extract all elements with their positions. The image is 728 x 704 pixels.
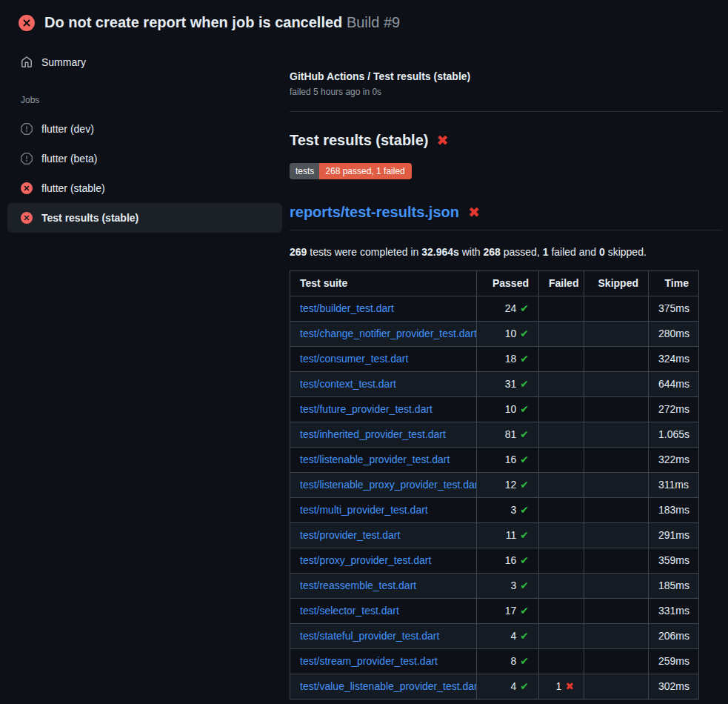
test-suite-link[interactable]: test/listenable_proxy_provider_test.dart (300, 479, 477, 491)
check-icon: ✔ (520, 554, 529, 566)
test-suite-cell: test/proxy_provider_test.dart (290, 548, 477, 574)
build-number: Build #9 (347, 14, 400, 30)
passed-cell: 18✔ (477, 347, 539, 372)
job-label: Test results (stable) (41, 212, 138, 224)
x-circle-fill-icon (21, 182, 33, 194)
test-suite-link[interactable]: test/listenable_provider_test.dart (300, 454, 450, 465)
passed-cell: 16✔ (477, 548, 539, 574)
failed-cell: 1✖ (539, 674, 584, 700)
passed-cell: 3✔ (477, 574, 539, 599)
time-cell: 206ms (649, 624, 699, 649)
passed-cell: 31✔ (477, 372, 539, 397)
test-suite-cell: test/inherited_provider_test.dart (290, 422, 477, 448)
sidebar: Summary Jobs flutter (dev) flutter (beta… (0, 41, 290, 233)
failed-cell (539, 624, 584, 649)
check-icon: ✔ (520, 403, 529, 415)
table-row: test/multi_provider_test.dart3✔183ms (290, 498, 699, 523)
report-file-link[interactable]: reports/test-results.json (290, 202, 459, 222)
skipped-cell (584, 624, 649, 649)
job-label: flutter (beta) (41, 153, 97, 165)
test-suite-link[interactable]: test/change_notifier_provider_test.dart (300, 328, 477, 339)
check-icon: ✔ (520, 328, 529, 339)
cross-mark-icon: ✖ (436, 133, 448, 147)
test-suite-cell: test/stream_provider_test.dart (290, 649, 477, 674)
failed-cell (539, 574, 584, 599)
skipped-cell (584, 498, 649, 523)
test-suite-cell: test/value_listenable_provider_test.dart (290, 674, 477, 700)
table-row: test/listenable_provider_test.dart16✔322… (290, 448, 699, 473)
failed-cell (539, 548, 584, 574)
test-suite-link[interactable]: test/stream_provider_test.dart (300, 655, 438, 667)
run-status-line: failed 5 hours ago in 0s (290, 86, 722, 98)
page-title: Do not create report when job is cancell… (44, 13, 400, 33)
time-cell: 272ms (649, 397, 699, 422)
test-suite-cell: test/reassemble_test.dart (290, 574, 477, 599)
test-results-tbody: test/builder_test.dart24✔375mstest/chang… (290, 296, 699, 700)
sidebar-item-flutter-dev[interactable]: flutter (dev) (7, 114, 282, 144)
check-icon: ✔ (520, 630, 529, 642)
sidebar-item-test-results-stable[interactable]: Test results (stable) (7, 203, 282, 233)
test-suite-link[interactable]: test/multi_provider_test.dart (300, 504, 428, 516)
time-cell: 324ms (649, 347, 699, 372)
count-value: 16 (505, 554, 517, 566)
test-suite-cell: test/listenable_provider_test.dart (290, 448, 477, 473)
table-row: test/provider_test.dart11✔291ms (290, 523, 699, 548)
failed-cell (539, 649, 584, 674)
table-row: test/future_provider_test.dart10✔272ms (290, 397, 699, 422)
time-cell: 259ms (649, 649, 699, 674)
table-row: test/context_test.dart31✔644ms (290, 372, 699, 397)
test-suite-cell: test/future_provider_test.dart (290, 397, 477, 422)
test-suite-link[interactable]: test/future_provider_test.dart (300, 403, 433, 415)
test-suite-cell: test/context_test.dart (290, 372, 477, 397)
badge-value: 268 passed, 1 failed (319, 163, 411, 179)
test-suite-link[interactable]: test/context_test.dart (300, 378, 396, 390)
skipped-cell (584, 548, 649, 574)
passed-cell: 24✔ (477, 296, 539, 322)
time-cell: 183ms (649, 498, 699, 523)
check-icon: ✔ (520, 353, 529, 365)
skipped-cell (584, 649, 649, 674)
passed-cell: 10✔ (477, 322, 539, 347)
failed-cell (539, 599, 584, 624)
test-suite-link[interactable]: test/selector_test.dart (300, 605, 399, 617)
test-suite-link[interactable]: test/inherited_provider_test.dart (300, 428, 446, 440)
sidebar-item-flutter-beta[interactable]: flutter (beta) (7, 144, 282, 173)
test-suite-link[interactable]: test/proxy_provider_test.dart (300, 554, 431, 566)
cross-icon: ✖ (565, 680, 574, 692)
test-suite-link[interactable]: test/stateful_provider_test.dart (300, 630, 439, 642)
skipped-cell (584, 523, 649, 548)
sidebar-item-summary[interactable]: Summary (0, 52, 290, 73)
check-icon: ✔ (520, 479, 529, 491)
count-value: 3 (510, 504, 516, 516)
stop-icon (21, 153, 33, 165)
time-cell: 359ms (649, 548, 699, 574)
cross-mark-icon: ✖ (468, 205, 480, 219)
passed-cell: 12✔ (477, 473, 539, 498)
sidebar-item-flutter-stable[interactable]: flutter (stable) (7, 173, 282, 203)
table-row: test/inherited_provider_test.dart81✔1.06… (290, 422, 699, 448)
failed-cell (539, 473, 584, 498)
skipped-cell (584, 322, 649, 347)
test-suite-link[interactable]: test/builder_test.dart (300, 302, 394, 314)
failed-cell (539, 523, 584, 548)
check-icon: ✔ (520, 454, 529, 465)
passed-cell: 10✔ (477, 397, 539, 422)
test-suite-cell: test/consumer_test.dart (290, 347, 477, 372)
test-suite-link[interactable]: test/value_listenable_provider_test.dart (300, 680, 477, 692)
stop-icon (21, 123, 33, 135)
test-suite-link[interactable]: test/consumer_test.dart (300, 353, 408, 365)
skipped-cell (584, 599, 649, 624)
count-value: 1 (555, 680, 561, 692)
skipped-cell (584, 674, 649, 700)
col-header-failed: Failed (539, 271, 584, 296)
sidebar-summary-label: Summary (41, 56, 86, 68)
test-suite-link[interactable]: test/reassemble_test.dart (300, 580, 416, 591)
failed-cell (539, 422, 584, 448)
time-cell: 280ms (649, 322, 699, 347)
test-suite-link[interactable]: test/provider_test.dart (300, 529, 400, 541)
count-value: 11 (506, 529, 517, 541)
table-row: test/stateful_provider_test.dart4✔206ms (290, 624, 699, 649)
count-value: 4 (510, 680, 516, 692)
divider (290, 111, 722, 112)
count-value: 8 (510, 655, 516, 667)
